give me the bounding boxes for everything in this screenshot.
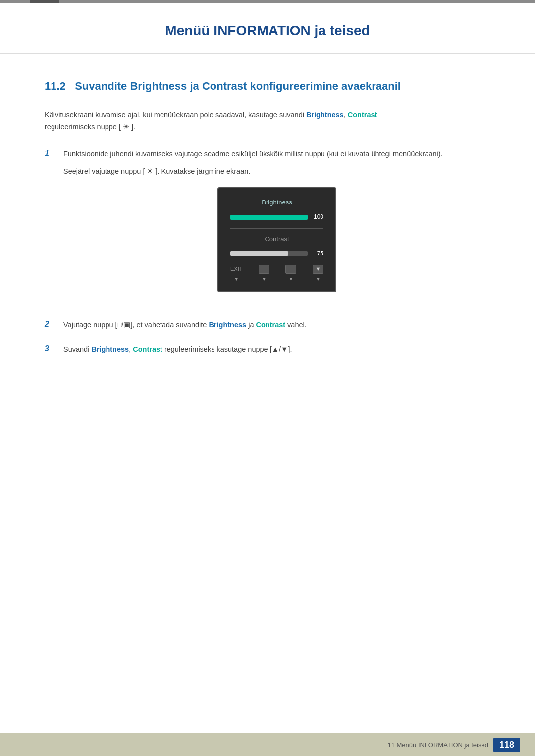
steps-list: 1 Funktsioonide juhendi kuvamiseks vajut…	[45, 148, 490, 355]
brightness-value: 100	[312, 212, 323, 222]
btn-down-arrow: ▼	[316, 275, 321, 283]
step-2-contrast: Contrast	[256, 321, 285, 329]
plus-icon: +	[289, 264, 292, 274]
step-3-contrast: Contrast	[133, 345, 162, 353]
step-2-mid: ], et vahetada suvandite	[130, 321, 209, 329]
brightness-bar-row: 100	[230, 212, 323, 222]
contrast-value: 75	[312, 249, 323, 258]
btn-minus-group: − ▼	[259, 265, 269, 283]
intro-line2: reguleerimiseks nuppe [ ☀ ].	[45, 123, 135, 131]
intro-contrast-label: Contrast	[348, 111, 377, 119]
exit-label: EXIT	[230, 264, 242, 274]
btn-plus: +	[285, 265, 296, 274]
exit-arrow: ▼	[234, 275, 239, 283]
contrast-fill	[230, 251, 288, 256]
step-1-number: 1	[45, 149, 54, 158]
btn-plus-group: + ▼	[285, 265, 296, 283]
btn-minus-arrow: ▼	[262, 275, 267, 283]
btn-plus-arrow: ▼	[289, 275, 294, 283]
step-3-brightness: Brightness	[91, 345, 129, 353]
monitor-screenshot-container: Brightness 100 Contrast	[63, 187, 490, 292]
contrast-bar-row: 75	[230, 249, 323, 258]
step-2-pre: Vajutage nuppu [	[63, 321, 117, 329]
intro-paragraph: Käivitusekraani kuvamise ajal, kui menüü…	[45, 109, 490, 133]
monitor-divider	[230, 228, 323, 229]
intro-brightness-label: Brightness	[306, 111, 344, 119]
footer-text: 11 Menüü INFORMATION ja teised	[387, 741, 488, 749]
step-1-content: Funktsioonide juhendi kuvamiseks vajutag…	[63, 148, 490, 307]
monitor-exit-group: EXIT ▼	[230, 264, 242, 283]
page-title: Menüü INFORMATION ja teised	[40, 23, 495, 39]
btn-down-group: ▼ ▼	[313, 265, 323, 283]
section-number: 11.2	[45, 80, 66, 92]
step-2-icon: □/▣	[117, 321, 131, 329]
step-2: 2 Vajutage nuppu [□/▣], et vahetada suva…	[45, 319, 490, 331]
brightness-fill	[230, 215, 308, 220]
step-2-brightness: Brightness	[209, 321, 246, 329]
step-2-ja: ja	[246, 321, 256, 329]
brightness-label: Brightness	[230, 197, 323, 208]
footer-bar: 11 Menüü INFORMATION ja teised 118	[0, 733, 535, 756]
monitor-screen: Brightness 100 Contrast	[217, 187, 336, 292]
step-1-sub: Seejärel vajutage nuppu [ ☀ ]. Kuvatakse…	[63, 165, 490, 178]
brightness-track	[230, 215, 308, 220]
step-2-post: vahel.	[285, 321, 307, 329]
step-2-number: 2	[45, 320, 54, 329]
intro-pre-text: Käivitusekraani kuvamise ajal, kui menüü…	[45, 111, 306, 119]
btn-down: ▼	[313, 265, 323, 274]
minus-icon: −	[263, 264, 266, 274]
step-1-text: Funktsioonide juhendi kuvamiseks vajutag…	[63, 150, 443, 158]
step-3-post: reguleerimiseks kasutage nuppe [▲/▼].	[162, 345, 292, 353]
section-title-text: Suvandite Brightness ja Contrast konfigu…	[75, 80, 401, 92]
step-1: 1 Funktsioonide juhendi kuvamiseks vajut…	[45, 148, 490, 307]
step-3-number: 3	[45, 344, 54, 353]
intro-sep: ,	[344, 111, 348, 119]
footer-page-number: 118	[493, 738, 520, 752]
monitor-footer: EXIT ▼ − ▼ +	[230, 264, 323, 283]
step-3-content: Suvandi Brightness, Contrast reguleerimi…	[63, 343, 490, 355]
contrast-label: Contrast	[230, 234, 323, 245]
contrast-track	[230, 251, 308, 256]
step-3: 3 Suvandi Brightness, Contrast reguleeri…	[45, 343, 490, 355]
btn-minus: −	[259, 265, 269, 274]
step-2-content: Vajutage nuppu [□/▣], et vahetada suvand…	[63, 319, 490, 331]
down-icon: ▼	[316, 264, 321, 274]
step-3-pre: Suvandi	[63, 345, 91, 353]
section-heading: 11.2 Suvandite Brightness ja Contrast ko…	[45, 79, 490, 94]
